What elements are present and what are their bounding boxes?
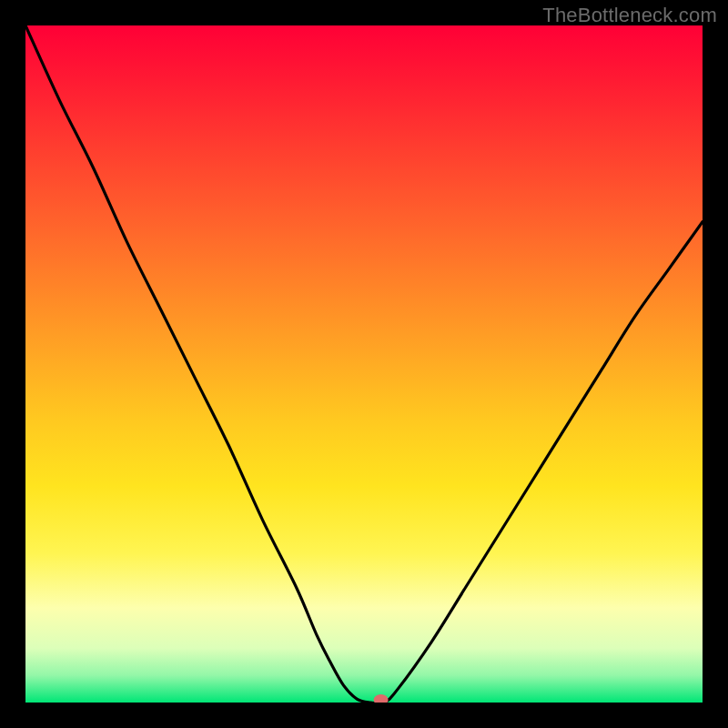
- chart-frame: TheBottleneck.com: [0, 0, 728, 728]
- plot-area: [25, 25, 703, 703]
- chart-svg: [25, 25, 703, 703]
- watermark-text: TheBottleneck.com: [542, 4, 717, 27]
- background-gradient: [25, 25, 703, 703]
